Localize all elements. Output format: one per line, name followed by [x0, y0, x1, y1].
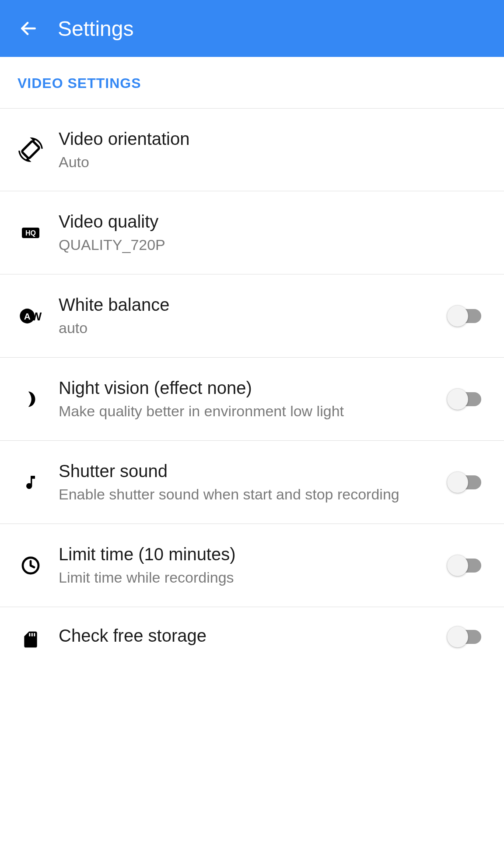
svg-rect-1 [21, 141, 39, 158]
setting-value: Auto [59, 152, 478, 172]
shutter-sound-toggle[interactable] [447, 472, 486, 493]
setting-title: Video orientation [59, 128, 478, 150]
setting-title: White balance [59, 294, 438, 316]
setting-row-video-orientation[interactable]: Video orientation Auto [0, 108, 504, 191]
setting-description: Make quality better in environment low l… [59, 401, 438, 421]
svg-text:W: W [31, 310, 42, 323]
setting-title: Night vision (effect none) [59, 377, 438, 399]
setting-row-check-free-storage[interactable]: Check free storage [0, 607, 504, 653]
screen-rotation-icon [18, 137, 44, 163]
setting-description: Enable shutter sound when start and stop… [59, 485, 438, 504]
hq-icon: HQ [18, 220, 44, 246]
setting-title: Limit time (10 minutes) [59, 543, 438, 565]
setting-row-shutter-sound[interactable]: Shutter sound Enable shutter sound when … [0, 441, 504, 524]
night-vision-toggle[interactable] [447, 389, 486, 410]
auto-white-balance-icon: A W [18, 303, 44, 329]
setting-title: Video quality [59, 211, 478, 232]
svg-rect-8 [29, 633, 30, 636]
setting-value: auto [59, 318, 438, 337]
setting-title: Shutter sound [59, 460, 438, 482]
section-header-video-settings: VIDEO SETTINGS [0, 57, 504, 108]
white-balance-toggle[interactable] [447, 306, 486, 327]
setting-description: Limit time while recordings [59, 568, 438, 587]
sd-card-icon [18, 626, 44, 653]
setting-row-video-quality[interactable]: HQ Video quality QUALITY_720P [0, 191, 504, 274]
setting-value: QUALITY_720P [59, 235, 478, 254]
svg-text:A: A [24, 311, 31, 321]
setting-row-limit-time[interactable]: Limit time (10 minutes) Limit time while… [0, 524, 504, 607]
svg-rect-10 [34, 633, 35, 636]
back-button[interactable] [18, 18, 39, 39]
music-note-icon [18, 469, 44, 496]
setting-title: Check free storage [59, 625, 438, 647]
svg-rect-9 [32, 633, 33, 636]
app-header: Settings [0, 0, 504, 57]
back-arrow-icon [19, 19, 38, 38]
page-title: Settings [58, 17, 133, 41]
limit-time-toggle[interactable] [447, 555, 486, 576]
moon-icon [18, 386, 44, 412]
svg-text:HQ: HQ [25, 229, 36, 237]
check-storage-toggle[interactable] [447, 626, 486, 647]
setting-row-night-vision[interactable]: Night vision (effect none) Make quality … [0, 358, 504, 441]
setting-row-white-balance[interactable]: A W White balance auto [0, 274, 504, 358]
clock-icon [18, 552, 44, 579]
